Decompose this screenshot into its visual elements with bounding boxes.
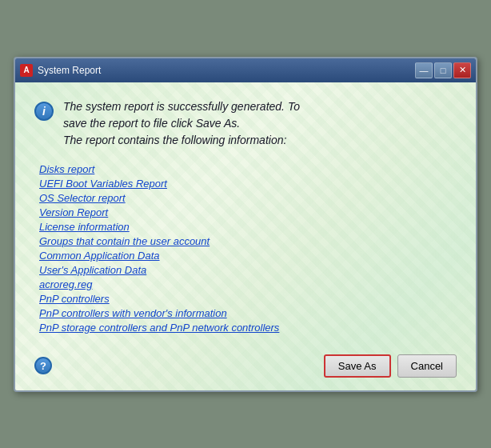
- message-line3: The report contains the following inform…: [63, 134, 286, 146]
- list-item[interactable]: License information: [39, 221, 457, 233]
- titlebar: A System Report — □ ✕: [15, 58, 476, 82]
- list-item[interactable]: PnP storage controllers and PnP network …: [39, 322, 457, 334]
- system-report-window: A System Report — □ ✕ i The system repor…: [14, 57, 477, 392]
- info-icon: i: [34, 102, 54, 121]
- window-title: System Report: [38, 65, 101, 76]
- list-item[interactable]: PnP controllers: [39, 293, 457, 305]
- report-items-list: Disks reportUEFI Boot Variables ReportOS…: [39, 163, 457, 334]
- list-item[interactable]: acroreg.reg: [39, 278, 457, 290]
- close-button[interactable]: ✕: [453, 62, 471, 78]
- message-line1: The system report is successfully genera…: [63, 100, 300, 113]
- message-area: i The system report is successfully gene…: [34, 98, 457, 149]
- app-icon: A: [20, 64, 33, 77]
- cancel-button[interactable]: Cancel: [397, 354, 457, 378]
- footer-buttons: Save As Cancel: [324, 354, 457, 378]
- list-item[interactable]: Version Report: [39, 206, 457, 218]
- titlebar-buttons: — □ ✕: [415, 62, 471, 78]
- message-line2: save the report to file click Save As.: [63, 117, 240, 130]
- minimize-button[interactable]: —: [415, 62, 433, 78]
- footer: ? Save As Cancel: [34, 350, 457, 378]
- list-item[interactable]: Disks report: [39, 163, 457, 175]
- list-item[interactable]: Common Application Data: [39, 250, 457, 262]
- save-as-button[interactable]: Save As: [324, 354, 391, 378]
- dialog-content: i The system report is successfully gene…: [15, 82, 476, 390]
- list-item[interactable]: Groups that contain the user account: [39, 235, 457, 247]
- list-item[interactable]: UEFI Boot Variables Report: [39, 178, 457, 190]
- titlebar-left: A System Report: [20, 64, 101, 77]
- list-item[interactable]: PnP controllers with vendor's informatio…: [39, 307, 457, 319]
- list-item[interactable]: OS Selector report: [39, 192, 457, 204]
- help-icon[interactable]: ?: [34, 357, 52, 374]
- list-item[interactable]: User's Application Data: [39, 264, 457, 276]
- maximize-button[interactable]: □: [434, 62, 452, 78]
- message-text: The system report is successfully genera…: [63, 98, 300, 149]
